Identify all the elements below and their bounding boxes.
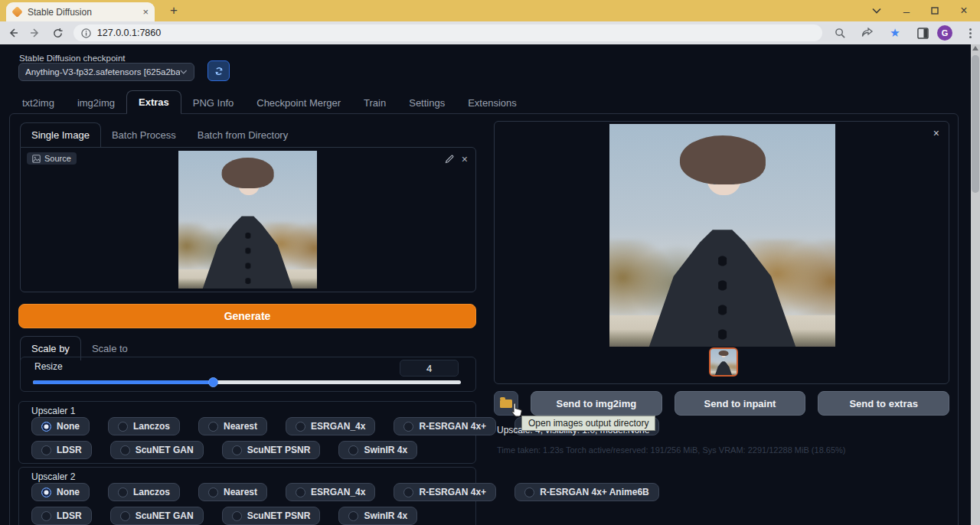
- upscaler2-option-scunet-psnr[interactable]: ScuNET PSNR: [222, 507, 321, 525]
- scroll-up-icon[interactable]: [972, 46, 978, 51]
- resize-slider-thumb[interactable]: [208, 377, 218, 387]
- side-panel-icon[interactable]: [913, 23, 933, 43]
- forward-icon[interactable]: [25, 23, 44, 43]
- url-text: 127.0.0.1:7860: [97, 28, 161, 38]
- window-close-icon[interactable]: ×: [951, 0, 977, 21]
- upscaler2-option-swinir-4x[interactable]: SwinIR 4x: [338, 507, 417, 525]
- refresh-checkpoints-button[interactable]: [207, 60, 230, 81]
- subtab-batch-from-directory[interactable]: Batch from Directory: [187, 123, 299, 147]
- upscaler1-option-swinir-4x[interactable]: SwinIR 4x: [338, 441, 417, 459]
- checkpoint-value: Anything-V3-fp32.safetensors [625a2ba2]: [25, 67, 180, 77]
- clear-image-icon[interactable]: ×: [462, 154, 468, 165]
- upscaler1-option-nearest[interactable]: Nearest: [198, 417, 267, 435]
- source-label-tag: Source: [27, 152, 77, 165]
- footer-stats: Time taken: 1.23s Torch active/reserved:…: [497, 445, 846, 455]
- reload-icon[interactable]: [48, 23, 67, 43]
- send-to-extras-button[interactable]: Send to extras: [818, 391, 949, 416]
- resize-slider[interactable]: [33, 380, 461, 384]
- source-image: [178, 151, 317, 289]
- radio-icon: [41, 511, 51, 521]
- upscaler1-option-scunet-psnr[interactable]: ScuNET PSNR: [222, 441, 321, 459]
- profile-avatar[interactable]: G: [937, 25, 952, 41]
- edit-pencil-icon[interactable]: [445, 155, 454, 164]
- back-icon[interactable]: [3, 23, 22, 43]
- upscaler1-option-scunet-gan[interactable]: ScuNET GAN: [110, 441, 204, 459]
- radio-icon: [41, 445, 51, 455]
- resize-block: Resize 4: [20, 357, 476, 392]
- upscaler1-option-lanczos[interactable]: Lanczos: [108, 417, 180, 435]
- upscaler1-block: Upscaler 1 None Lanczos Nearest ESRGAN_4…: [18, 401, 476, 464]
- radio-icon: [208, 422, 218, 432]
- subtab-batch-process[interactable]: Batch Process: [101, 123, 187, 147]
- tab-search-chevron-icon[interactable]: [864, 0, 890, 21]
- share-icon[interactable]: [858, 23, 877, 43]
- tab-extras[interactable]: Extras: [126, 90, 181, 114]
- radio-icon: [296, 422, 305, 432]
- upscaler2-option-nearest[interactable]: Nearest: [198, 483, 267, 501]
- bookmark-star-icon[interactable]: ★: [885, 23, 905, 43]
- radio-icon: [403, 422, 413, 432]
- upscaler2-option-ldsr[interactable]: LDSR: [31, 507, 92, 525]
- upscaler1-option-esrgan-4x[interactable]: ESRGAN_4x: [286, 417, 375, 435]
- send-to-inpaint-button[interactable]: Send to inpaint: [675, 391, 806, 416]
- radio-selected-icon: [41, 422, 51, 432]
- checkpoint-label: Stable Diffusion checkpoint: [19, 54, 126, 63]
- browser-toolbar: 127.0.0.1:7860 ★ G: [0, 21, 980, 44]
- upscaler2-option-esrgan-4x[interactable]: ESRGAN_4x: [286, 483, 375, 501]
- source-image-dropzone[interactable]: Source ×: [20, 147, 476, 292]
- checkpoint-dropdown[interactable]: Anything-V3-fp32.safetensors [625a2ba2]: [18, 63, 194, 81]
- zoom-icon[interactable]: [830, 23, 850, 43]
- radio-icon: [120, 445, 130, 455]
- upscaler1-option-none[interactable]: None: [31, 417, 90, 435]
- resize-label: Resize: [34, 361, 63, 372]
- upscaler2-option-lanczos[interactable]: Lanczos: [108, 483, 180, 501]
- tab-checkpoint-merger[interactable]: Checkpoint Merger: [245, 92, 352, 114]
- resize-value-input[interactable]: 4: [400, 360, 459, 377]
- upscaler2-label: Upscaler 2: [31, 471, 75, 482]
- generate-button[interactable]: Generate: [18, 304, 476, 328]
- page-scrollbar[interactable]: [971, 44, 980, 525]
- radio-selected-icon: [41, 488, 51, 497]
- subtab-single-image[interactable]: Single Image: [20, 122, 101, 147]
- radio-icon: [348, 445, 358, 455]
- webui-page: Stable Diffusion checkpoint Anything-V3-…: [0, 44, 971, 525]
- window-minimize-icon[interactable]: –: [893, 0, 920, 21]
- tab-close-icon[interactable]: ×: [142, 6, 149, 18]
- tab-txt2img[interactable]: txt2img: [11, 92, 66, 114]
- image-icon: [32, 155, 41, 163]
- upscaler1-label: Upscaler 1: [31, 406, 75, 416]
- radio-icon: [403, 488, 413, 497]
- radio-icon: [118, 488, 128, 497]
- folder-tooltip: Open images output directory: [521, 416, 655, 431]
- scrollbar-thumb[interactable]: [972, 55, 979, 193]
- main-tab-bar: txt2img img2img Extras PNG Info Checkpoi…: [11, 90, 528, 114]
- tab-extensions[interactable]: Extensions: [456, 92, 528, 114]
- upscaler2-option-r-esrgan-anime6b[interactable]: R-ESRGAN 4x+ Anime6B: [514, 483, 659, 501]
- gallery-thumbnail[interactable]: [709, 347, 738, 377]
- screen: Stable Diffusion × + – × 127.0.0.1:7860: [0, 0, 980, 525]
- new-tab-button[interactable]: +: [165, 2, 182, 19]
- site-info-icon[interactable]: [81, 28, 91, 38]
- radio-icon: [120, 511, 130, 521]
- upscaler2-option-scunet-gan[interactable]: ScuNET GAN: [110, 507, 204, 525]
- gallery-close-icon[interactable]: ×: [933, 128, 939, 139]
- send-to-img2img-button[interactable]: Send to img2img: [531, 391, 662, 416]
- tab-settings[interactable]: Settings: [397, 92, 456, 114]
- tab-png-info[interactable]: PNG Info: [181, 92, 245, 114]
- tab-img2img[interactable]: img2img: [66, 92, 126, 114]
- chevron-down-icon: [180, 70, 188, 74]
- browser-tab[interactable]: Stable Diffusion ×: [6, 2, 155, 21]
- url-bar[interactable]: 127.0.0.1:7860: [74, 24, 822, 41]
- upscaler1-option-r-esrgan-4x[interactable]: R-ESRGAN 4x+: [394, 417, 496, 435]
- window-maximize-icon[interactable]: [922, 0, 948, 21]
- result-image[interactable]: [609, 124, 835, 347]
- upscaler2-option-r-esrgan-4x[interactable]: R-ESRGAN 4x+: [394, 483, 496, 501]
- upscaler1-option-ldsr[interactable]: LDSR: [31, 441, 92, 459]
- send-button-row: Send to img2img Send to inpaint Send to …: [494, 391, 949, 416]
- mouse-cursor: [508, 401, 525, 419]
- tab-train[interactable]: Train: [352, 92, 397, 114]
- upscaler2-option-none[interactable]: None: [31, 483, 90, 501]
- browser-menu-icon[interactable]: [960, 23, 980, 43]
- refresh-icon: [214, 66, 224, 77]
- radio-icon: [118, 422, 128, 432]
